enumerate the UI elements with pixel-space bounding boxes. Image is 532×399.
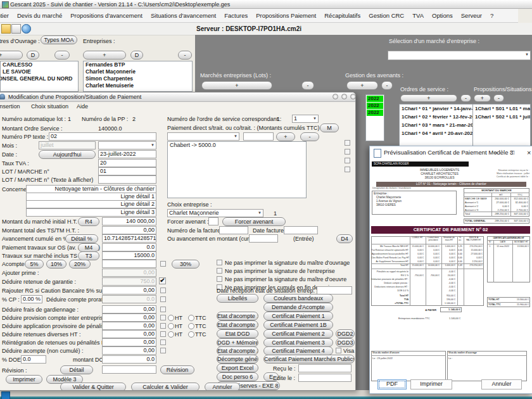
provision-field[interactable]: 0,00 [102,314,156,322]
close-icon[interactable]: × [527,149,531,156]
libelles-button[interactable]: Libellés [217,294,258,303]
dialog-button-3[interactable] [350,94,356,99]
penalites-ttc-radio[interactable] [188,323,194,329]
pdf-button[interactable]: PDF [377,379,407,390]
detail-pct-button[interactable]: Détail % [65,234,98,243]
dialog-button-1[interactable] [332,94,338,99]
lot-texte-field[interactable] [98,175,156,184]
menu-item[interactable]: Récapitulatifs [324,12,360,19]
preview-imprimer-button[interactable]: Imprimer [410,379,452,390]
option-checkbox-1[interactable] [345,140,350,146]
retenues-field[interactable]: 0,00 [102,330,156,338]
lot-field[interactable]: 01 [98,167,156,175]
tstm-field[interactable]: 0,00 [102,226,156,234]
avancement-field[interactable]: 10.714285714285714 [102,234,156,243]
soustraitants-list[interactable]: Chabert -> 5000.0 [167,141,307,198]
reintegration-checkbox[interactable] [160,339,166,345]
date-field[interactable]: 23-juillet-2022 [98,150,156,158]
folder-icon[interactable] [1,24,11,34]
avenants-add-button[interactable]: + [346,81,378,90]
certificat-paiement-1-button[interactable]: Certificat Paiement 1 [263,312,333,320]
option-checkbox-3[interactable] [345,158,350,163]
mois-select[interactable]: ▼ [98,141,156,149]
marches-remove-button[interactable]: - [301,81,314,90]
year-list-item[interactable]: 2022 [367,96,383,102]
certificat-paiement-1b-button[interactable]: Certificat Paiement 1B [263,320,333,329]
moa-list-item[interactable]: CONSEIL GENERAL DU NORD [1,75,78,82]
penalites-field[interactable]: 0,00 [102,322,156,330]
moa-duplicate-button[interactable]: D [27,51,39,60]
menu-item[interactable]: Propositions Paiement [256,12,316,19]
forcer-avenant-button[interactable]: Forcer avenant [222,217,286,226]
selection-marche-select[interactable]: ▼ [388,51,531,60]
penalites-checkbox[interactable] [160,323,166,329]
etat-acompte-2-button[interactable]: Etat d'acompte 2 [217,346,258,355]
etat-dgd-button[interactable]: Etat DGD [217,329,258,338]
ordres-add-button[interactable]: + [400,94,457,102]
preview-annuler-button[interactable]: Annuler [481,379,522,390]
prorata-checkbox[interactable] [160,296,166,302]
globe-icon[interactable] [22,24,31,34]
maximize-icon[interactable]: □ [510,149,514,156]
edite-le-field[interactable] [298,374,352,382]
doe-montant-field[interactable]: 0.0 [102,355,156,364]
ordre-list-item[interactable]: 1Charl * 02 * février * 12-fév-20 [400,113,473,121]
entreprise-remove-button[interactable]: - [178,51,192,60]
moa-remove-button[interactable]: - [54,51,70,60]
prime-field[interactable]: 0,00 [102,269,156,277]
certificat-paiement-3-button[interactable]: Certificat Paiement 3 [263,338,333,347]
acompte-30-button[interactable]: 30% [172,260,200,269]
soustraitant-list-item[interactable]: Chabert -> 5000.0 [168,142,306,149]
propositions-remove-button[interactable]: - [493,94,504,102]
acompte-nc-field[interactable]: 0,00 [102,346,156,355]
ligne-detail-3-field[interactable]: Ligne détail 3 [26,208,156,217]
provision-checkbox[interactable] [160,315,166,320]
t3-button[interactable]: T3 [78,251,99,260]
entreprise-duplicate-button[interactable]: D [130,51,143,60]
dialog-menu-insertion[interactable]: Insertion [0,103,20,110]
menu-item[interactable]: Propositions d'avancement [70,12,142,19]
avancement-montant-field[interactable] [249,234,278,243]
dgd3-button[interactable]: DGD3 [336,338,355,347]
demande-acompte-button[interactable]: Demande d'Acompte [263,303,333,312]
no-print-entreprise-checkbox[interactable] [217,268,222,274]
dgd2-button[interactable]: DGD2 [336,329,355,338]
pp-texte-field[interactable]: 02 [49,132,156,141]
soustraitant-remove-button[interactable]: - [300,132,319,141]
certificat-paiement-2-button[interactable]: Certificat Paiement 2 [263,329,333,338]
revision-field[interactable] [102,365,156,374]
facture-field[interactable] [219,226,248,234]
m4-button[interactable]: M4 [78,243,99,252]
date-facture-field[interactable] [284,226,318,234]
gardiennage-checkbox[interactable] [160,307,166,312]
retenues-checkbox[interactable] [160,331,166,337]
choix-entreprise-select[interactable]: Charlet Maçonnerie▼ [167,209,263,217]
doc-perso-6-button[interactable]: Doc perso 6 [217,372,258,381]
provision-ht-radio[interactable] [168,315,174,321]
provision-ttc-radio[interactable] [188,315,194,321]
menu-item[interactable]: TVA [412,12,424,19]
penalites-ht-radio[interactable] [168,323,174,329]
menu-item[interactable]: Gestion CRC [369,12,404,19]
dgd-memoire-button[interactable]: DGD + Mémoire [217,338,258,347]
annuler-button[interactable]: Annuler [205,383,240,391]
types-moa-button[interactable]: Types MOA [41,35,77,44]
acompte-5-button[interactable]: 5% [25,260,44,269]
copy-icon[interactable] [11,24,21,34]
etat-acompte-1b-button[interactable]: Etat d'acompte 1B [217,320,258,329]
dialog-button-2[interactable] [341,94,347,99]
gardiennage-field[interactable]: 0,00 [102,305,156,314]
proposition-list-item[interactable]: 1Charl * S01 * L01 * mai * [473,104,530,113]
reintegration-field[interactable]: 0,00 [102,338,156,346]
travaux-field[interactable]: 15000.0 [102,251,156,260]
prorata-field[interactable]: 0.0 [102,295,156,303]
ordre-list-item[interactable]: 1Charl * 03 * mars * 21-mar-202 [400,121,473,129]
moa-list-item[interactable]: LE SAVOIE [1,68,78,75]
option-checkbox-4[interactable] [345,167,350,172]
acompte-20-button[interactable]: 20% [69,260,91,269]
year-list-item[interactable]: 2022 [367,110,383,116]
etat-acompte-1-button[interactable]: Etat d'acompte 1 [217,312,258,320]
d4-button[interactable]: D4 [336,234,353,243]
marches-add-button[interactable]: + [201,81,272,90]
recu-le-field[interactable] [298,364,352,372]
